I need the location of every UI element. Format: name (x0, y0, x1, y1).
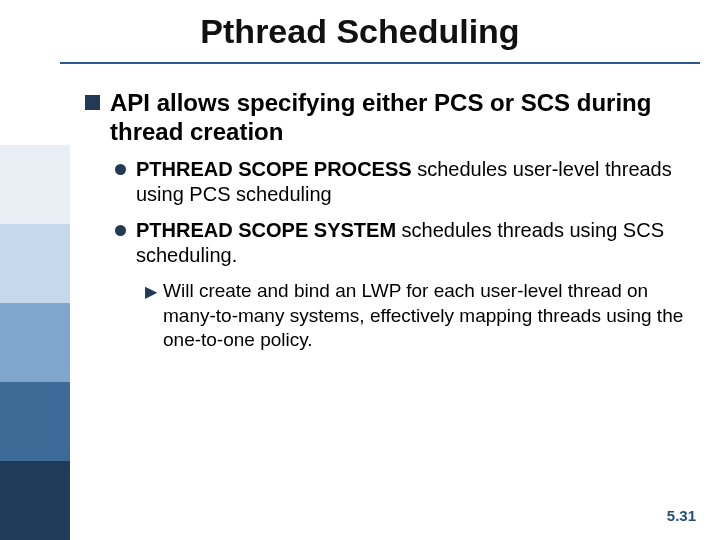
bullet-lvl3: ▶ Will create and bind an LWP for each u… (145, 279, 690, 353)
slide: Pthread Scheduling API allows specifying… (0, 0, 720, 540)
bullet-bold: PTHREAD SCOPE PROCESS (136, 158, 412, 180)
sidebar-seg (0, 382, 70, 461)
arrow-bullet-icon: ▶ (145, 282, 157, 353)
bullet-text: PTHREAD SCOPE PROCESS schedules user-lev… (136, 157, 690, 208)
bullet-text: PTHREAD SCOPE SYSTEM schedules threads u… (136, 218, 690, 269)
bullet-text: Will create and bind an LWP for each use… (163, 279, 690, 353)
bullet-text: API allows specifying either PCS or SCS … (110, 88, 690, 147)
sidebar-seg (0, 303, 70, 382)
circle-bullet-icon (115, 164, 126, 175)
bullet-lvl1: API allows specifying either PCS or SCS … (85, 88, 690, 147)
slide-title: Pthread Scheduling (200, 12, 519, 57)
bullet-bold: PTHREAD SCOPE SYSTEM (136, 219, 396, 241)
sidebar-seg (0, 224, 70, 303)
circle-bullet-icon (115, 225, 126, 236)
sidebar-seg (0, 145, 70, 224)
title-wrap: Pthread Scheduling (0, 12, 720, 57)
sidebar-decoration (0, 145, 70, 540)
sidebar-seg (0, 461, 70, 540)
bullet-lvl2: PTHREAD SCOPE SYSTEM schedules threads u… (115, 218, 690, 269)
title-rule (60, 62, 700, 64)
square-bullet-icon (85, 95, 100, 110)
page-number: 5.31 (667, 507, 696, 524)
bullet-lvl2: PTHREAD SCOPE PROCESS schedules user-lev… (115, 157, 690, 208)
content-area: API allows specifying either PCS or SCS … (85, 82, 690, 359)
